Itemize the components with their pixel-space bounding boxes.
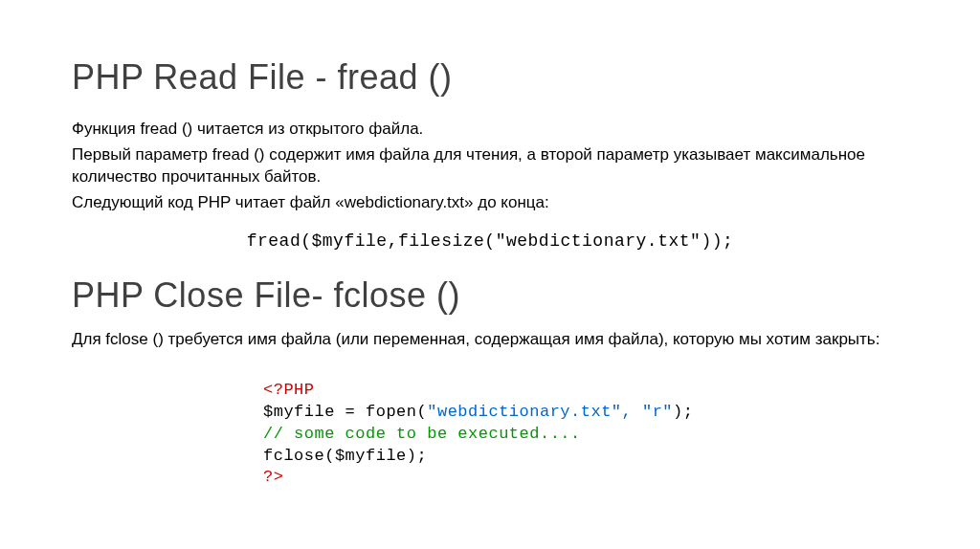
php-close-tag: ?> xyxy=(263,468,283,486)
section1-para1: Функция fread () читается из открытого ф… xyxy=(72,119,908,141)
code-line-2: $myfile = fopen("webdictionary.txt", "r"… xyxy=(263,402,908,424)
php-open-tag: <?PHP xyxy=(263,381,315,399)
code-line-2-string: "webdictionary.txt", "r" xyxy=(427,403,673,421)
section1-paragraph-block: Функция fread () читается из открытого ф… xyxy=(72,119,908,214)
section2-code-block: <?PHP $myfile = fopen("webdictionary.txt… xyxy=(263,380,908,490)
code-line-1: <?PHP xyxy=(263,380,908,402)
section1-code: fread($myfile,filesize("webdictionary.tx… xyxy=(72,231,908,251)
section1-para2: Первый параметр fread () содержит имя фа… xyxy=(72,144,908,188)
section1-heading: PHP Read File - fread () xyxy=(72,57,908,98)
code-line-3: // some code to be executed.... xyxy=(263,424,908,446)
section2-heading: PHP Close File- fclose () xyxy=(72,275,908,316)
php-comment: // some code to be executed.... xyxy=(263,425,581,443)
code-line-2-pre: $myfile = fopen( xyxy=(263,403,427,421)
code-line-4: fclose($myfile); xyxy=(263,446,908,468)
code-line-2-post: ); xyxy=(673,403,693,421)
section1-para3: Следующий код PHP читает файл «webdictio… xyxy=(72,192,908,214)
section2-para1: Для fclose () требуется имя файла (или п… xyxy=(72,329,908,351)
code-line-5: ?> xyxy=(263,467,908,489)
